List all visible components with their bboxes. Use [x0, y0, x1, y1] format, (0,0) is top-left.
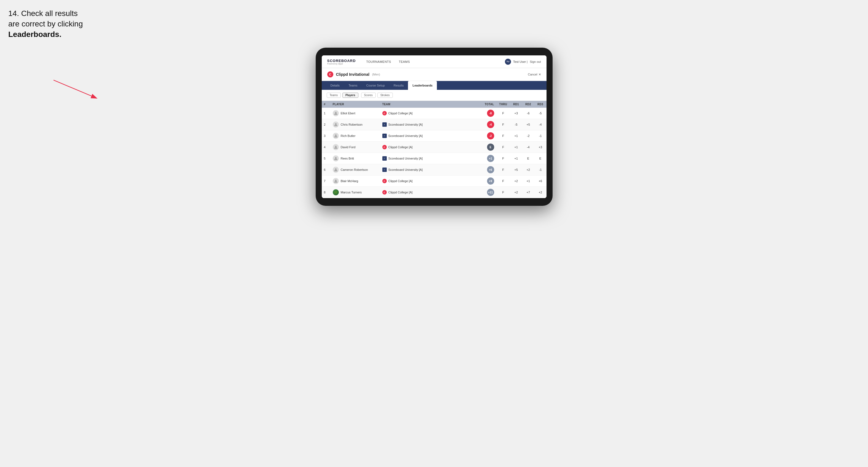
cell-total: +6 — [477, 164, 496, 176]
cell-thru: F — [496, 108, 510, 119]
filter-bar: Teams Players Scores Strokes — [322, 90, 547, 101]
team-logo-scoreboard: ≡ — [382, 122, 387, 127]
table-row: 6 Cameron Robertson ≡ Scoreboard Univers… — [322, 164, 547, 176]
tab-course-setup[interactable]: Course Setup — [362, 81, 389, 90]
tab-teams[interactable]: Teams — [344, 81, 362, 90]
cell-team: ≡ Scoreboard University [A] — [380, 119, 477, 130]
cell-rd2: E — [522, 153, 534, 164]
tournament-header: C Clippd Invitational (Men) Cancel ✕ — [322, 68, 547, 81]
filter-strokes[interactable]: Strokes — [377, 93, 393, 98]
user-avatar: TU — [505, 59, 511, 65]
nav-right: TU Test User | Sign out — [505, 59, 541, 65]
tab-leaderboards[interactable]: Leaderboards — [408, 81, 437, 90]
player-avatar — [333, 155, 339, 161]
logo-subtitle: Powered by clippd — [327, 63, 356, 65]
cell-thru: F — [496, 187, 510, 198]
instruction-line2: are correct by clicking — [8, 20, 83, 28]
tab-details[interactable]: Details — [326, 81, 344, 90]
player-avatar — [333, 110, 339, 116]
cell-total: E — [477, 142, 496, 153]
leaderboard-table: # PLAYER TEAM TOTAL THRU RD1 RD2 RD3 1 — [322, 101, 547, 198]
svg-line-1 — [54, 80, 91, 96]
cell-team: ≡ Scoreboard University [A] — [380, 130, 477, 142]
cell-thru: F — [496, 119, 510, 130]
cell-rd1: -5 — [510, 119, 522, 130]
cell-rank: 8 — [322, 187, 331, 198]
col-thru: THRU — [496, 101, 510, 108]
team-logo-scoreboard: ≡ — [382, 134, 387, 138]
cell-rank: 1 — [322, 108, 331, 119]
cell-rd2: -2 — [522, 130, 534, 142]
cell-team: ≡ Scoreboard University [A] — [380, 153, 477, 164]
cell-thru: F — [496, 153, 510, 164]
cell-rd1: +1 — [510, 153, 522, 164]
cell-thru: F — [496, 130, 510, 142]
logo-title: SCOREBOARD — [327, 59, 356, 63]
player-avatar — [333, 133, 339, 139]
nav-teams[interactable]: TEAMS — [395, 55, 414, 68]
table-row: 1 Elliot Ebert C Clippd College [A] -8 F… — [322, 108, 547, 119]
cell-total: -4 — [477, 119, 496, 130]
nav-links: TOURNAMENTS TEAMS — [362, 55, 505, 68]
cell-player: David Ford — [331, 142, 380, 153]
tab-results[interactable]: Results — [389, 81, 408, 90]
team-logo-scoreboard: ≡ — [382, 156, 387, 161]
cell-total: +11 — [477, 187, 496, 198]
col-rd2: RD2 — [522, 101, 534, 108]
col-team: TEAM — [380, 101, 477, 108]
filter-teams[interactable]: Teams — [327, 93, 341, 98]
player-avatar — [333, 167, 339, 173]
cell-team: C Clippd College [A] — [380, 176, 477, 187]
cell-player: Chris Robertson — [331, 119, 380, 130]
cell-total: +9 — [477, 176, 496, 187]
tab-bar: Details Teams Course Setup Results Leade… — [322, 81, 547, 90]
cell-rd1: +1 — [510, 130, 522, 142]
cell-rank: 2 — [322, 119, 331, 130]
table-row: 8 🌿 Marcus Turners C Clippd College [A] … — [322, 187, 547, 198]
nav-bar: SCOREBOARD Powered by clippd TOURNAMENTS… — [322, 55, 547, 68]
cancel-icon: ✕ — [538, 73, 541, 76]
tournament-name: Clippd Invitational — [336, 72, 369, 76]
team-logo-clippd: C — [382, 145, 387, 149]
player-avatar — [333, 122, 339, 128]
table-row: 4 David Ford C Clippd College [A] E F +1… — [322, 142, 547, 153]
cell-rd1: +2 — [510, 187, 522, 198]
tournament-title-row: C Clippd Invitational (Men) — [327, 71, 380, 77]
cell-rd2: +2 — [522, 164, 534, 176]
team-logo-clippd: C — [382, 111, 387, 116]
cell-rd3: -1 — [534, 130, 547, 142]
cell-rd2: -6 — [522, 108, 534, 119]
cell-thru: F — [496, 164, 510, 176]
sign-out-link[interactable]: Sign out — [530, 60, 541, 63]
tournament-gender: (Men) — [372, 73, 380, 76]
cell-team: ≡ Scoreboard University [A] — [380, 164, 477, 176]
team-logo-scoreboard: ≡ — [382, 167, 387, 172]
table-header-row: # PLAYER TEAM TOTAL THRU RD1 RD2 RD3 — [322, 101, 547, 108]
cell-rd3: +6 — [534, 176, 547, 187]
cell-rd3: +3 — [534, 142, 547, 153]
cancel-button[interactable]: Cancel ✕ — [528, 73, 541, 76]
table-row: 2 Chris Robertson ≡ Scoreboard Universit… — [322, 119, 547, 130]
cell-rd1: +1 — [510, 142, 522, 153]
cell-rank: 4 — [322, 142, 331, 153]
cell-rd1: +3 — [510, 108, 522, 119]
logo-area: SCOREBOARD Powered by clippd — [327, 59, 356, 65]
col-rd3: RD3 — [534, 101, 547, 108]
nav-tournaments[interactable]: TOURNAMENTS — [362, 55, 395, 68]
cell-total: -2 — [477, 130, 496, 142]
cell-rd1: +2 — [510, 176, 522, 187]
col-rd1: RD1 — [510, 101, 522, 108]
col-player: PLAYER — [331, 101, 380, 108]
filter-scores[interactable]: Scores — [361, 93, 376, 98]
cell-team: C Clippd College [A] — [380, 142, 477, 153]
cell-rank: 3 — [322, 130, 331, 142]
tablet-device: SCOREBOARD Powered by clippd TOURNAMENTS… — [316, 48, 553, 206]
cell-player: Cameron Robertson — [331, 164, 380, 176]
cell-thru: F — [496, 142, 510, 153]
cell-rank: 7 — [322, 176, 331, 187]
cell-thru: F — [496, 176, 510, 187]
cell-rd3: E — [534, 153, 547, 164]
filter-players[interactable]: Players — [342, 93, 359, 98]
cell-total: -8 — [477, 108, 496, 119]
user-name: Test User | — [513, 60, 528, 63]
